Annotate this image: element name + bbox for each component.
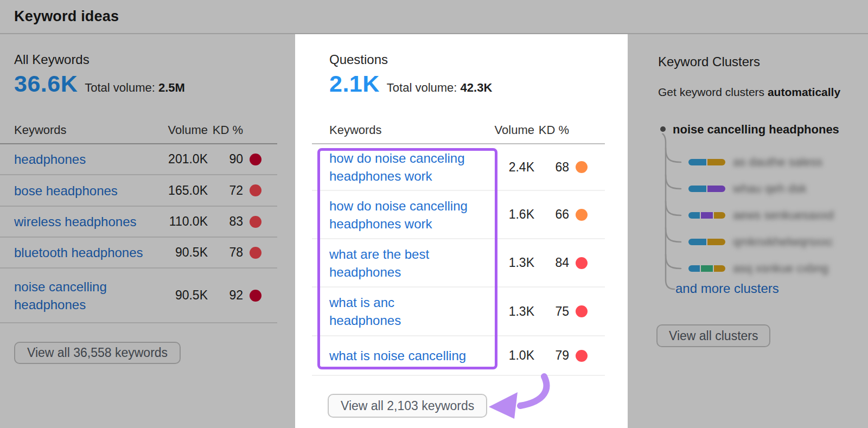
keyword-link[interactable]: what is ancheadphones	[329, 293, 481, 329]
table-header-row: Keywords Volume KD %	[0, 117, 277, 144]
kd-value: 79	[534, 348, 569, 363]
questions-title: Questions	[329, 52, 388, 67]
kd-dot	[576, 209, 588, 221]
kd-value: 78	[208, 245, 243, 260]
kd-dot	[250, 216, 261, 228]
volume-value: 165.0K	[157, 183, 208, 198]
table-row: bluetooth headphones 90.5K 78	[0, 238, 277, 269]
table-row: how do noise cancelingheadphones work 2.…	[312, 144, 605, 191]
col-volume: Volume	[481, 123, 534, 137]
kd-value: 83	[208, 214, 243, 229]
kd-value: 92	[208, 288, 243, 303]
cluster-label-blurred[interactable]: as dauthe saless	[733, 155, 822, 169]
kd-value: 90	[208, 152, 243, 167]
kd-dot	[250, 247, 261, 259]
clusters-title: Keyword Clusters	[658, 54, 760, 69]
cluster-bullet-icon	[660, 126, 666, 132]
kd-value: 68	[534, 160, 569, 175]
more-clusters-link[interactable]: and more clusters	[675, 281, 779, 296]
keyword-link[interactable]: bluetooth headphones	[14, 244, 157, 261]
col-kd: KD %	[208, 123, 243, 137]
table-header-row: Keywords Volume KD %	[312, 117, 605, 144]
cluster-row[interactable]: asq xsnkue cxbng	[688, 261, 828, 276]
volume-value: 90.5K	[157, 245, 208, 260]
keyword-link[interactable]: what is noise cancelling	[329, 347, 481, 365]
questions-stat: 2.1K Total volume: 42.3K	[329, 71, 492, 97]
col-keywords: Keywords	[14, 123, 157, 137]
view-all-keywords-button[interactable]: View all 36,558 keywords	[14, 342, 181, 364]
cluster-row[interactable]: aews senkuesaxxd	[688, 208, 834, 222]
all-keywords-stat: 36.6K Total volume: 2.5M	[14, 71, 185, 97]
questions-panel: Questions 2.1K Total volume: 42.3K Keywo…	[295, 34, 628, 428]
kd-dot	[576, 305, 588, 317]
table-row: how do noise cancellingheadphones work 1…	[312, 191, 605, 239]
cluster-row[interactable]: whau qeh dsk	[688, 182, 807, 196]
keyword-ideas-widget: Keyword ideas All Keywords 36.6K Total v…	[0, 0, 868, 428]
main-cluster-label[interactable]: noise cancelling headphones	[673, 123, 839, 137]
kd-dot	[576, 350, 588, 362]
col-volume: Volume	[157, 123, 208, 137]
cluster-pill	[688, 159, 725, 165]
cluster-pill	[688, 239, 725, 245]
kd-dot	[250, 154, 261, 165]
table-row: what are the bestheadphones 1.3K 84	[312, 239, 605, 288]
col-keywords: Keywords	[329, 123, 481, 137]
keyword-link[interactable]: bose headphones	[14, 182, 157, 200]
kd-value: 75	[534, 304, 569, 319]
kd-dot	[576, 257, 588, 269]
questions-table: Keywords Volume KD % how do noise cancel…	[312, 117, 605, 376]
volume-value: 2.4K	[481, 160, 534, 175]
col-kd: KD %	[534, 123, 569, 137]
keyword-link[interactable]: what are the bestheadphones	[329, 245, 481, 281]
table-row: wireless headphones 110.0K 83	[0, 207, 277, 238]
table-row: headphones 201.0K 90	[0, 144, 277, 175]
total-volume-label: Total volume:	[387, 81, 457, 94]
keyword-link[interactable]: wireless headphones	[14, 213, 157, 231]
volume-value: 201.0K	[157, 152, 208, 167]
cluster-pill	[688, 212, 725, 219]
kd-dot	[576, 161, 588, 173]
kd-dot	[250, 290, 261, 302]
volume-value: 90.5K	[157, 288, 208, 303]
volume-value: 1.3K	[481, 304, 534, 319]
cluster-pill	[688, 265, 725, 272]
keyword-link[interactable]: how do noise cancellingheadphones work	[329, 197, 481, 233]
kd-value: 84	[534, 255, 569, 270]
volume-value: 1.0K	[481, 348, 534, 363]
cluster-label-blurred[interactable]: aews senkuesaxxd	[733, 208, 834, 222]
volume-value: 110.0K	[157, 214, 208, 229]
cluster-pill	[688, 186, 725, 192]
keyword-link[interactable]: noise cancellingheadphones	[14, 278, 157, 314]
kd-value: 72	[208, 183, 243, 198]
questions-count: 2.1K	[329, 71, 380, 97]
all-keywords-table: Keywords Volume KD % headphones 201.0K 9…	[0, 117, 277, 323]
volume-value: 1.6K	[481, 207, 534, 222]
kd-dot	[250, 184, 261, 196]
table-row: what is ancheadphones 1.3K 75	[312, 288, 605, 336]
table-row: bose headphones 165.0K 72	[0, 175, 277, 207]
cluster-label-blurred[interactable]: qmknxkhelwqrsxxc	[733, 235, 833, 249]
table-row: what is noise cancelling 1.0K 79	[312, 336, 605, 376]
all-keywords-count: 36.6K	[14, 71, 78, 97]
total-volume-value: 42.3K	[461, 81, 493, 94]
cluster-tree-connector	[654, 133, 692, 296]
volume-value: 1.3K	[481, 255, 534, 270]
widget-header: Keyword ideas	[0, 0, 868, 34]
keyword-link[interactable]: how do noise cancelingheadphones work	[329, 149, 481, 185]
kd-value: 66	[534, 207, 569, 222]
keyword-link[interactable]: headphones	[14, 150, 157, 168]
total-volume-label: Total volume:	[85, 81, 155, 94]
view-all-questions-button[interactable]: View all 2,103 keywords	[328, 394, 487, 418]
cluster-row[interactable]: qmknxkhelwqrsxxc	[688, 235, 833, 249]
cluster-row[interactable]: as dauthe saless	[688, 155, 822, 169]
clusters-subtitle: Get keyword clusters automatically	[658, 86, 840, 99]
cluster-label-blurred[interactable]: asq xsnkue cxbng	[733, 261, 828, 276]
view-all-clusters-button[interactable]: View all clusters	[656, 324, 770, 347]
total-volume-value: 2.5M	[158, 81, 185, 94]
all-keywords-title: All Keywords	[14, 52, 90, 67]
page-title: Keyword ideas	[14, 8, 119, 25]
table-row: noise cancellingheadphones 90.5K 92	[0, 269, 277, 323]
cluster-label-blurred[interactable]: whau qeh dsk	[733, 182, 807, 196]
